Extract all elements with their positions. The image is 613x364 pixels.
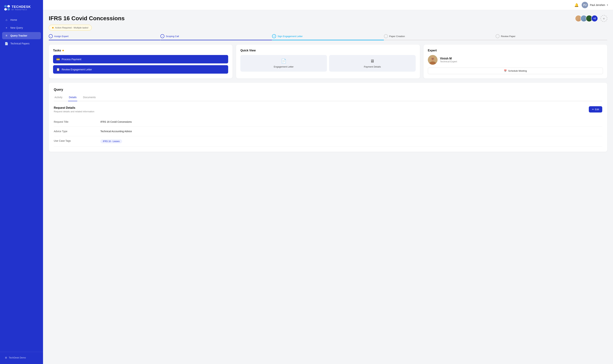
hex-3 [4, 8, 7, 11]
process-payment-button[interactable]: 💳 Process Payment [53, 55, 228, 64]
payment-details-icon: 🖥 [370, 59, 374, 64]
engagement-letter-label: Engagement Letter [274, 65, 293, 68]
query-tabs: Activity Details Documents [54, 94, 602, 101]
sidebar-item-query-tracker[interactable]: ≡ Query Tracker [2, 32, 41, 39]
sidebar-item-home-label: Home [10, 18, 17, 21]
tasks-dot-icon [62, 50, 64, 51]
sidebar-item-technical-papers[interactable]: 📄 Technical Papers [2, 40, 41, 47]
logo-sub-text: BY REMOTECA [12, 9, 31, 11]
sidebar-item-new-query-label: New Query [10, 26, 23, 29]
details-subtitle: Request details and related information [54, 110, 94, 113]
step-paper-creation[interactable]: Paper Creation [384, 34, 496, 40]
step-review-paper-circle [496, 34, 500, 38]
document-icon: 📋 [56, 68, 60, 71]
svg-point-4 [433, 58, 434, 59]
expert-avatar [428, 55, 438, 65]
cards-row: Tasks 💳 Process Payment 📋 Review Engagem… [49, 45, 607, 78]
alert-text: Action Required - Multiple tasks! [55, 26, 88, 29]
sidebar-demo-item[interactable]: ⊞ TechDesk Demo [3, 355, 40, 360]
alert-banner: Action Required - Multiple tasks! [49, 25, 92, 31]
sidebar-nav: ⌂ Home ＋ New Query ≡ Query Tracker 📄 Tec… [0, 15, 43, 352]
quick-view-engagement-letter[interactable]: 📄 Engagement Letter [240, 55, 327, 72]
sidebar-item-home[interactable]: ⌂ Home [2, 16, 41, 24]
quick-view-grid: 📄 Engagement Letter 🖥 Payment Details [240, 55, 415, 72]
step-sign-engagement[interactable]: ⟳ Sign Engagement Letter [272, 34, 384, 40]
progress-steps: ✓ Assign Expert ✓ Scoping Call ⟳ Sign En… [49, 34, 607, 40]
tag-ifrs16[interactable]: IFRS 16 - Leases [100, 139, 122, 143]
quick-view-title: Quick View [240, 49, 415, 52]
expert-card-title: Expert [428, 49, 603, 52]
step-assign-expert[interactable]: ✓ Assign Expert [49, 34, 160, 40]
tab-documents[interactable]: Documents [82, 94, 96, 101]
use-case-tags-label: Use Case Tags [54, 139, 100, 142]
tab-activity[interactable]: Activity [54, 94, 63, 101]
tab-activity-label: Activity [54, 96, 62, 99]
tasks-card: Tasks 💳 Process Payment 📋 Review Engagem… [49, 45, 232, 78]
process-payment-label: Process Payment [62, 58, 81, 61]
logo-icon [4, 5, 10, 11]
alert-dot-icon [52, 27, 53, 28]
step-paper-creation-circle [384, 34, 388, 38]
quick-view-payment-details[interactable]: 🖥 Payment Details [329, 55, 416, 72]
avatar-count: +2 [591, 15, 598, 22]
step-scoping-call-circle: ✓ [160, 34, 164, 38]
header-actions: +2 ＋ [575, 15, 607, 22]
svg-point-3 [432, 58, 432, 59]
step-assign-expert-circle: ✓ [49, 34, 53, 38]
tab-details-label: Details [69, 96, 77, 99]
page-title: IFRS 16 Covid Concessions [49, 15, 125, 22]
hex-1 [4, 5, 7, 8]
tasks-title-text: Tasks [53, 49, 61, 52]
detail-row-use-case-tags: Use Case Tags IFRS 16 - Leases [54, 136, 602, 147]
step-paper-creation-label: Paper Creation [389, 35, 405, 38]
edit-button[interactable]: ✏ Edit [589, 106, 602, 113]
detail-row-advice-type: Advice Type Technical Accounting Advice [54, 127, 602, 136]
grid-icon: ⊞ [5, 356, 7, 359]
review-engagement-button[interactable]: 📋 Review Engagement Letter [53, 65, 228, 74]
topbar: 🔔 PJ Paul Jenshen ▾ [43, 0, 613, 10]
expert-name: Vinish M [440, 57, 457, 60]
doc-icon: 📄 [5, 42, 8, 45]
hex-4 [7, 8, 10, 11]
step-sign-engagement-label: Sign Engagement Letter [278, 35, 303, 38]
notification-bell[interactable]: 🔔 [574, 3, 579, 7]
user-avatar: PJ [582, 2, 588, 8]
tasks-card-title: Tasks [53, 49, 228, 52]
edit-label: Edit [595, 108, 599, 111]
sidebar: TECHDESK BY REMOTECA ⌂ Home ＋ New Query … [0, 0, 43, 364]
request-title-value: IFRS 16 Covid Concessions [100, 120, 602, 123]
add-collaborator-button[interactable]: ＋ [600, 15, 607, 22]
sidebar-bottom: ⊞ TechDesk Demo [0, 352, 43, 364]
main-area: 🔔 PJ Paul Jenshen ▾ IFRS 16 Covid Conces… [43, 0, 613, 364]
schedule-meeting-label: Schedule Meeting [508, 69, 527, 72]
engagement-letter-icon: 📄 [281, 59, 286, 64]
step-review-paper-label: Review Paper [501, 35, 516, 38]
hex-2 [7, 5, 10, 8]
sidebar-item-query-tracker-label: Query Tracker [10, 34, 27, 37]
review-engagement-label: Review Engagement Letter [62, 68, 92, 71]
request-title-label: Request Title [54, 120, 100, 123]
detail-row-request-title: Request Title IFRS 16 Covid Concessions [54, 117, 602, 127]
query-card: Query Activity Details Documents Request… [49, 83, 607, 152]
logo-main-text: TECHDESK [12, 5, 31, 9]
tab-details[interactable]: Details [68, 94, 77, 101]
sidebar-item-technical-papers-label: Technical Papers [10, 42, 30, 45]
step-review-paper[interactable]: Review Paper [496, 34, 607, 40]
schedule-meeting-button[interactable]: 📅 Schedule Meeting [428, 67, 603, 74]
sidebar-item-new-query[interactable]: ＋ New Query [2, 24, 41, 31]
tab-documents-label: Documents [83, 96, 96, 99]
advice-type-label: Advice Type [54, 130, 100, 133]
avatar-group: +2 [575, 15, 598, 22]
details-header: Request Details Request details and rela… [54, 106, 602, 113]
user-menu[interactable]: PJ Paul Jenshen ▾ [582, 2, 608, 8]
sidebar-demo-label: TechDesk Demo [9, 356, 26, 359]
plus-icon: ＋ [5, 26, 8, 30]
sidebar-logo: TECHDESK BY REMOTECA [0, 0, 43, 15]
details-title: Request Details [54, 106, 94, 109]
use-case-tags-value: IFRS 16 - Leases [100, 139, 602, 143]
list-icon: ≡ [5, 34, 8, 38]
step-scoping-call[interactable]: ✓ Scoping Call [160, 34, 272, 40]
expert-card: Expert Vinish M [424, 45, 607, 78]
payment-details-label: Payment Details [364, 65, 381, 68]
advice-type-value: Technical Accounting Advice [100, 130, 602, 133]
